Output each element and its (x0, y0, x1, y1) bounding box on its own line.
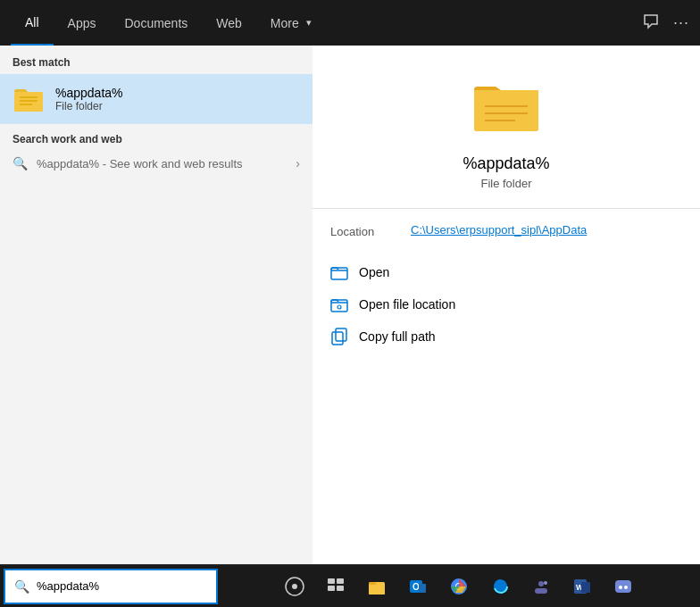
taskbar-search-icon: 🔍 (14, 579, 29, 594)
action-copy-full-path-label: Copy full path (359, 329, 436, 344)
svg-rect-21 (337, 578, 344, 584)
best-match-label: Best match (0, 46, 312, 74)
taskbar-start-button[interactable] (277, 569, 312, 604)
svg-rect-33 (535, 588, 547, 594)
search-icon: 🔍 (12, 156, 28, 170)
divider (312, 208, 700, 209)
svg-point-19 (292, 584, 297, 589)
action-open[interactable]: Open (330, 256, 682, 288)
best-match-text: %appdata% File folder (55, 86, 123, 112)
right-panel: %appdata% File folder Location C:\Users\… (312, 46, 700, 589)
search-web-text: %appdata% - See work and web results (37, 157, 243, 170)
search-web-label: Search work and web (12, 133, 300, 146)
action-copy-full-path[interactable]: Copy full path (330, 320, 682, 353)
taskbar-icons: O (218, 569, 700, 604)
tab-documents[interactable]: Documents (110, 0, 202, 46)
item-title: %appdata% (462, 154, 549, 173)
main-layout: Best match %appdata% File folder Search … (0, 46, 700, 589)
taskbar-search-input[interactable] (37, 579, 207, 593)
location-label: Location (330, 223, 411, 238)
svg-rect-25 (369, 585, 385, 595)
taskbar-search[interactable]: 🔍 (4, 569, 218, 604)
feedback-icon[interactable] (643, 13, 659, 33)
actions-list: Open Open file location (312, 256, 700, 353)
location-value[interactable]: C:\Users\erpsupport_sipl\AppData (411, 223, 587, 237)
taskbar-edge[interactable] (482, 569, 518, 604)
best-match-title: %appdata% (55, 86, 123, 100)
nav-icons: ··· (643, 13, 689, 33)
taskbar: 🔍 (0, 564, 700, 607)
svg-rect-17 (332, 332, 343, 345)
best-match-subtitle: File folder (55, 100, 123, 112)
tab-web[interactable]: Web (202, 0, 256, 46)
chevron-down-icon: ▾ (306, 17, 312, 29)
svg-rect-16 (336, 328, 346, 341)
svg-rect-22 (328, 586, 335, 591)
svg-point-40 (624, 586, 628, 589)
ellipsis-icon[interactable]: ··· (673, 13, 689, 32)
svg-point-34 (544, 581, 547, 585)
tab-more[interactable]: More ▾ (256, 0, 326, 46)
left-panel: Best match %appdata% File folder Search … (0, 46, 312, 589)
svg-point-39 (619, 586, 622, 589)
svg-rect-1 (14, 92, 43, 112)
svg-text:O: O (412, 582, 420, 592)
svg-rect-13 (331, 268, 347, 279)
taskbar-task-view[interactable] (318, 569, 354, 604)
tab-all[interactable]: All (11, 0, 54, 46)
folder-icon-small (12, 83, 45, 115)
search-web-section: Search work and web 🔍 %appdata% - See wo… (0, 124, 312, 181)
top-nav: All Apps Documents Web More ▾ ··· (0, 0, 700, 46)
svg-rect-9 (474, 90, 538, 99)
taskbar-chrome[interactable] (441, 569, 477, 604)
copy-icon (330, 328, 348, 345)
chevron-right-icon: › (296, 156, 300, 170)
svg-rect-20 (328, 578, 335, 584)
taskbar-discord[interactable] (605, 569, 641, 604)
svg-rect-23 (337, 586, 344, 591)
svg-point-32 (538, 581, 544, 586)
folder-open-icon (330, 263, 348, 281)
svg-rect-28 (419, 584, 426, 593)
svg-point-15 (338, 305, 341, 309)
svg-rect-38 (615, 580, 631, 593)
svg-rect-37 (581, 582, 590, 593)
taskbar-file-explorer[interactable] (359, 569, 395, 604)
action-open-label: Open (359, 265, 389, 279)
taskbar-teams[interactable] (523, 569, 559, 604)
search-web-item[interactable]: 🔍 %appdata% - See work and web results › (12, 151, 300, 176)
taskbar-outlook[interactable]: O (400, 569, 436, 604)
best-match-item[interactable]: %appdata% File folder (0, 74, 312, 124)
location-row: Location C:\Users\erpsupport_sipl\AppDat… (312, 223, 700, 238)
item-subtitle: File folder (480, 177, 531, 190)
taskbar-word[interactable]: W (564, 569, 600, 604)
action-open-file-location-label: Open file location (359, 297, 455, 312)
action-open-file-location[interactable]: Open file location (330, 288, 682, 320)
tab-apps[interactable]: Apps (54, 0, 111, 46)
folder-icon-large (471, 72, 542, 144)
folder-location-icon (330, 295, 348, 313)
